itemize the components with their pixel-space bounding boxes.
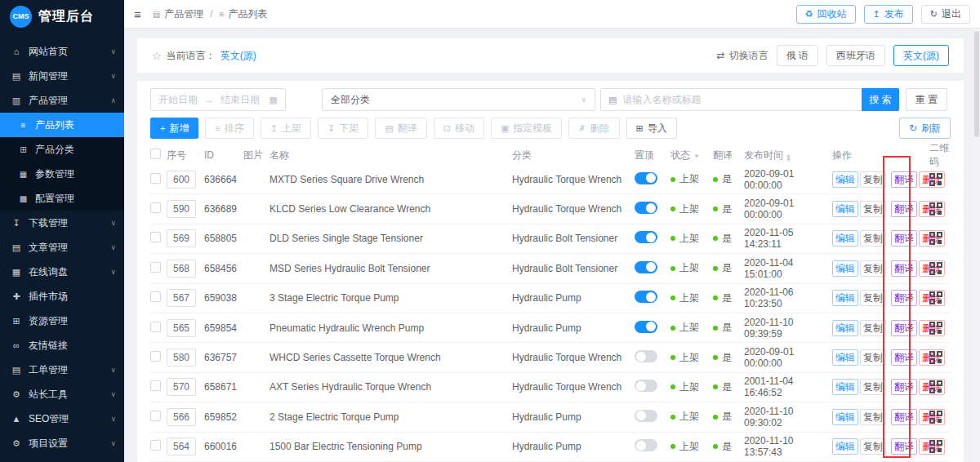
- top-toggle[interactable]: [635, 291, 657, 303]
- row-translate-button[interactable]: 翻译: [891, 320, 917, 336]
- toolbar-put-on-shelf-button[interactable]: ↥上架: [261, 118, 311, 139]
- row-copy-button[interactable]: 复制: [860, 320, 886, 336]
- row-translate-button[interactable]: 翻译: [891, 260, 917, 277]
- row-checkbox[interactable]: [150, 173, 161, 184]
- qrcode-icon[interactable]: [929, 173, 942, 186]
- row-translate-button[interactable]: 翻译: [891, 201, 917, 217]
- collapse-sidebar-icon[interactable]: ≡: [134, 7, 141, 21]
- sidebar-item-project-settings[interactable]: ⚙项目设置∨: [0, 431, 124, 455]
- recycle-bin-button[interactable]: ♻回收站: [796, 5, 856, 24]
- filter-icon[interactable]: ▼: [693, 153, 700, 160]
- current-language-value[interactable]: 英文(源): [220, 49, 256, 63]
- row-copy-button[interactable]: 复制: [860, 201, 886, 217]
- row-translate-button[interactable]: 翻译: [891, 349, 917, 366]
- row-checkbox[interactable]: [150, 440, 161, 451]
- row-checkbox[interactable]: [150, 380, 161, 391]
- sequence-input[interactable]: 567: [167, 289, 196, 307]
- sidebar-item-online-inquiry[interactable]: ▦在线询盘∨: [0, 260, 124, 284]
- top-toggle[interactable]: [635, 380, 657, 392]
- row-edit-button[interactable]: 编辑: [832, 290, 858, 306]
- row-translate-button[interactable]: 翻译: [891, 379, 917, 395]
- qrcode-icon[interactable]: [929, 351, 942, 364]
- row-edit-button[interactable]: 编辑: [832, 379, 858, 395]
- scrollbar[interactable]: [973, 29, 980, 462]
- sequence-input[interactable]: 600: [167, 171, 196, 189]
- top-toggle[interactable]: [635, 439, 657, 451]
- sidebar-item-resource-management[interactable]: ⊞资源管理: [0, 309, 124, 333]
- sequence-input[interactable]: 580: [167, 349, 196, 366]
- row-edit-button[interactable]: 编辑: [832, 438, 858, 455]
- top-toggle[interactable]: [635, 231, 657, 243]
- row-checkbox[interactable]: [150, 262, 161, 273]
- qrcode-icon[interactable]: [929, 440, 942, 453]
- sidebar-item-work-order-management[interactable]: ▤工单管理∨: [0, 358, 124, 382]
- sequence-input[interactable]: 569: [167, 229, 196, 247]
- search-button[interactable]: 搜 索: [862, 88, 899, 111]
- breadcrumb-product-management[interactable]: 产品管理: [164, 7, 203, 21]
- sidebar-item-webmaster-tools[interactable]: ⚙站长工具∨: [0, 382, 124, 406]
- row-edit-button[interactable]: 编辑: [832, 320, 858, 336]
- row-checkbox[interactable]: [150, 351, 161, 362]
- logout-button[interactable]: ↻退出: [921, 5, 970, 24]
- refresh-button[interactable]: ↻ 刷新: [899, 118, 951, 139]
- qrcode-icon[interactable]: [929, 232, 942, 245]
- top-toggle[interactable]: [635, 202, 657, 214]
- row-copy-button[interactable]: 复制: [860, 409, 886, 425]
- qrcode-icon[interactable]: [929, 380, 942, 393]
- toolbar-delete-button[interactable]: ✗删除: [568, 118, 619, 139]
- sequence-input[interactable]: 568: [167, 260, 196, 278]
- qrcode-icon[interactable]: [929, 411, 942, 424]
- toolbar-import-button[interactable]: ⊞导入: [626, 118, 677, 139]
- row-edit-button[interactable]: 编辑: [832, 260, 858, 277]
- reset-button[interactable]: 重 置: [906, 88, 947, 111]
- qrcode-icon[interactable]: [929, 202, 942, 215]
- row-copy-button[interactable]: 复制: [860, 290, 886, 306]
- row-copy-button[interactable]: 复制: [860, 349, 886, 366]
- sort-desc-icon[interactable]: ▼: [786, 158, 791, 162]
- toolbar-assign-template-button[interactable]: ▣指定模板: [491, 118, 562, 139]
- row-checkbox[interactable]: [150, 322, 161, 332]
- sidebar-item-article-management[interactable]: ▤文章管理∨: [0, 235, 124, 260]
- date-range-picker[interactable]: 开始日期 → 结束日期 ▦: [150, 88, 286, 111]
- toolbar-take-off-shelf-button[interactable]: ↧下架: [318, 118, 368, 139]
- row-copy-button[interactable]: 复制: [860, 230, 886, 247]
- language-option-english-source[interactable]: 英文(源): [893, 45, 949, 66]
- top-toggle[interactable]: [635, 321, 657, 333]
- row-translate-button[interactable]: 翻译: [891, 171, 917, 188]
- breadcrumb-product-list[interactable]: 产品列表: [228, 7, 267, 21]
- row-edit-button[interactable]: 编辑: [832, 201, 858, 217]
- row-checkbox[interactable]: [150, 411, 161, 421]
- row-translate-button[interactable]: 翻译: [891, 290, 917, 306]
- row-checkbox[interactable]: [150, 202, 161, 213]
- toolbar-translate-button[interactable]: ▤翻译: [375, 118, 426, 139]
- row-translate-button[interactable]: 翻译: [891, 409, 917, 425]
- row-checkbox[interactable]: [150, 291, 161, 302]
- toolbar-move-button[interactable]: ⊡移动: [434, 118, 484, 139]
- row-copy-button[interactable]: 复制: [860, 379, 886, 395]
- category-select[interactable]: 全部分类 ∨: [322, 88, 595, 111]
- row-translate-button[interactable]: 翻译: [891, 230, 917, 247]
- sequence-input[interactable]: 570: [167, 378, 196, 396]
- sequence-input[interactable]: 564: [167, 438, 196, 455]
- sidebar-item-product-list[interactable]: ≡产品列表: [0, 113, 124, 137]
- row-checkbox[interactable]: [150, 232, 161, 242]
- qrcode-icon[interactable]: [929, 291, 942, 304]
- qrcode-icon[interactable]: [929, 262, 942, 275]
- sort-icons[interactable]: ▲▼: [786, 153, 791, 162]
- row-edit-button[interactable]: 编辑: [832, 230, 858, 247]
- top-toggle[interactable]: [635, 350, 657, 362]
- row-edit-button[interactable]: 编辑: [832, 171, 858, 188]
- sidebar-item-config-management[interactable]: ▩配置管理: [0, 186, 124, 211]
- top-toggle[interactable]: [635, 410, 657, 422]
- sidebar-item-download-management[interactable]: ↧下载管理∨: [0, 211, 124, 235]
- search-input[interactable]: ▤ 请输入名称或标题: [600, 88, 862, 111]
- row-copy-button[interactable]: 复制: [860, 438, 886, 455]
- row-edit-button[interactable]: 编辑: [832, 409, 858, 425]
- top-toggle[interactable]: [635, 172, 657, 184]
- row-copy-button[interactable]: 复制: [860, 260, 886, 277]
- sequence-input[interactable]: 565: [167, 319, 196, 337]
- top-toggle[interactable]: [635, 261, 657, 273]
- sidebar-item-parameter-management[interactable]: ▦参数管理: [0, 162, 124, 186]
- select-all-checkbox[interactable]: [150, 149, 161, 159]
- sidebar-item-product-management[interactable]: ▥产品管理∧: [0, 88, 124, 113]
